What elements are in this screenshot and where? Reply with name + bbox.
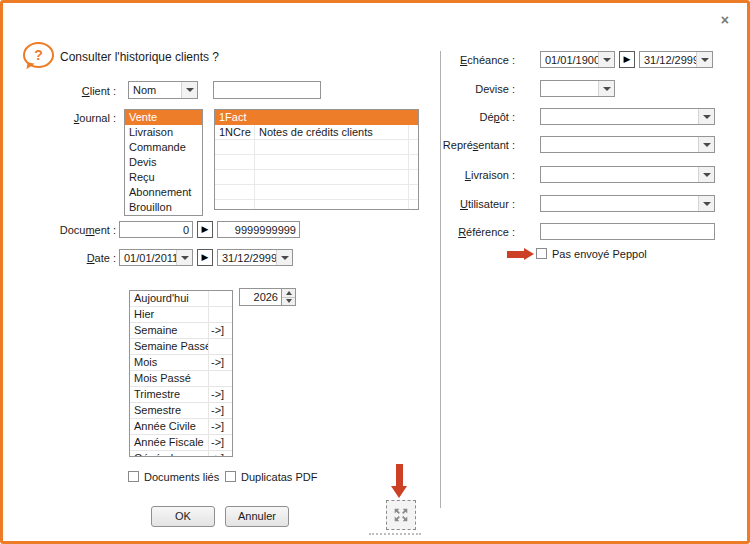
table-row[interactable]: 1NCre Notes de crédits clients — [215, 125, 418, 140]
spinner-up-icon[interactable] — [282, 289, 295, 298]
list-item[interactable]: Vente — [125, 110, 202, 125]
annotation-arrow-down — [396, 464, 403, 487]
journal-code-cell: 1NCre — [215, 125, 255, 139]
duplicatas-pdf-label: Duplicatas PDF — [241, 471, 317, 484]
document-label: Document : — [23, 224, 116, 237]
journal-description-cell: Notes de crédits clients — [255, 125, 409, 139]
annotation-arrow-right — [507, 251, 524, 258]
livraison-label: Livraison : — [423, 169, 515, 182]
dropdown-arrow-icon[interactable] — [698, 137, 714, 152]
dropdown-arrow-icon[interactable] — [598, 81, 614, 96]
play-icon: ▶ — [202, 253, 209, 262]
list-item[interactable]: Trimestre->] — [130, 387, 232, 403]
list-item[interactable]: Année Fiscale->] — [130, 435, 232, 451]
dropdown-arrow-icon[interactable] — [598, 52, 614, 67]
page-title: Consulter l'historique clients ? — [60, 50, 219, 64]
table-row[interactable] — [215, 200, 418, 210]
period-list: Aujourd'hui Hier Semaine->] Semaine Pass… — [129, 290, 233, 457]
peppol-checkbox[interactable] — [536, 248, 547, 259]
list-item[interactable]: Commande — [125, 140, 202, 155]
table-row[interactable] — [215, 185, 418, 200]
table-row[interactable]: 1Fact — [215, 110, 418, 125]
play-icon: ▶ — [202, 225, 209, 234]
client-search-by-dropdown[interactable]: Nom — [128, 81, 198, 99]
play-icon: ▶ — [624, 55, 631, 64]
list-item[interactable]: Aujourd'hui — [130, 291, 232, 307]
expand-icon — [392, 506, 410, 524]
depot-label: Dépôt : — [423, 111, 515, 124]
client-search-input[interactable] — [213, 81, 321, 99]
list-item[interactable]: Année Civile->] — [130, 419, 232, 435]
question-bubble-tail — [26, 62, 34, 70]
journal-books-table: 1Fact 1NCre Notes de crédits clients — [214, 109, 419, 210]
table-row[interactable] — [215, 140, 418, 155]
echeance-label: Echéance : — [423, 54, 515, 67]
dropdown-arrow-icon[interactable] — [276, 250, 292, 265]
cancel-button[interactable]: Annuler — [225, 506, 289, 527]
list-item[interactable]: Semaine Passée — [130, 339, 232, 355]
depot-dropdown[interactable] — [540, 108, 715, 125]
spinner-down-icon[interactable] — [282, 298, 295, 306]
list-item[interactable]: Général->] — [130, 451, 232, 457]
reference-label: Référence : — [423, 226, 515, 239]
dropdown-arrow-icon[interactable] — [696, 52, 712, 67]
representant-dropdown[interactable] — [540, 136, 715, 153]
date-to-dropdown[interactable]: 31/12/2999 — [217, 249, 293, 266]
list-item[interactable]: Devis — [125, 155, 202, 170]
livraison-dropdown[interactable] — [540, 166, 715, 183]
list-item[interactable]: Semaine->] — [130, 323, 232, 339]
list-item[interactable]: Semestre->] — [130, 403, 232, 419]
list-item[interactable]: Mois Passé — [130, 371, 232, 387]
dropdown-arrow-icon[interactable] — [698, 196, 714, 211]
devise-label: Devise : — [423, 83, 515, 96]
dialog-consulter-historique-clients: × ? Consulter l'historique clients ? Cli… — [0, 0, 750, 544]
documents-lies-checkbox[interactable] — [128, 471, 139, 482]
year-spinner[interactable]: 2026 — [239, 288, 296, 306]
list-item[interactable]: Abonnement — [125, 185, 202, 200]
client-label: Client : — [23, 85, 116, 98]
document-from-input[interactable] — [119, 221, 193, 238]
expand-button[interactable] — [386, 500, 416, 530]
close-icon[interactable]: × — [721, 13, 729, 27]
list-item[interactable]: Mois->] — [130, 355, 232, 371]
echeance-to-dropdown[interactable]: 31/12/2999 — [639, 51, 713, 68]
dropdown-arrow-icon[interactable] — [698, 167, 714, 182]
fine-print-line — [369, 533, 421, 535]
journal-type-list: Vente Livraison Commande Devis Reçu Abon… — [124, 109, 203, 216]
list-item[interactable]: Hier — [130, 307, 232, 323]
representant-label: Représentant : — [423, 139, 515, 152]
utilisateur-dropdown[interactable] — [540, 195, 715, 212]
peppol-label: Pas envoyé Peppol — [552, 248, 647, 261]
ok-button[interactable]: OK — [151, 506, 215, 527]
duplicatas-pdf-checkbox[interactable] — [225, 471, 236, 482]
journal-label: Journal : — [23, 112, 116, 125]
date-range-button[interactable]: ▶ — [197, 249, 213, 266]
dropdown-arrow-icon[interactable] — [698, 109, 714, 124]
documents-lies-label: Documents liés — [144, 471, 219, 484]
document-range-button[interactable]: ▶ — [197, 221, 213, 238]
reference-input[interactable] — [540, 223, 715, 240]
table-row[interactable] — [215, 170, 418, 185]
echeance-range-button[interactable]: ▶ — [619, 51, 635, 68]
date-from-dropdown[interactable]: 01/01/2011 — [119, 249, 193, 266]
dropdown-arrow-icon[interactable] — [176, 250, 192, 265]
dropdown-arrow-icon[interactable] — [181, 82, 197, 98]
annotation-arrow-down-head — [391, 486, 407, 498]
list-item[interactable]: Brouillon — [125, 200, 202, 215]
list-item[interactable]: Livraison — [125, 125, 202, 140]
document-to-input[interactable] — [217, 221, 300, 238]
table-row[interactable] — [215, 155, 418, 170]
list-item[interactable]: Reçu — [125, 170, 202, 185]
annotation-arrow-right-head — [524, 248, 534, 260]
utilisateur-label: Utilisateur : — [423, 198, 515, 211]
devise-dropdown[interactable] — [540, 80, 615, 97]
echeance-from-dropdown[interactable]: 01/01/1900 — [540, 51, 615, 68]
date-label: Date : — [23, 252, 116, 265]
